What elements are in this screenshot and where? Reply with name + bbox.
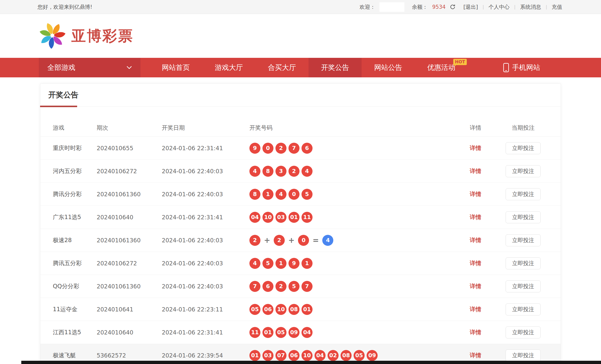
lottery-ball: 2 xyxy=(275,281,286,292)
draw-date: 2024-01-06 22:40:03 xyxy=(162,191,249,198)
divider: | xyxy=(514,4,516,10)
game-name: 极速飞艇 xyxy=(53,351,97,359)
lottery-ball: 6 xyxy=(302,143,313,154)
nav-item-mobile-site[interactable]: 手机网站 xyxy=(490,58,553,77)
period-number: 2024010640 xyxy=(97,214,162,221)
lottery-ball: 02 xyxy=(328,350,339,361)
lottery-ball: 06 xyxy=(288,350,299,361)
main-nav: 全部游戏 网站首页 游戏大厅 合买大厅 开奖公告 网站公告 优惠活动 HOT 手… xyxy=(0,58,601,77)
lottery-ball: 07 xyxy=(275,350,286,361)
bet-now-button[interactable]: 立即投注 xyxy=(506,349,541,361)
lottery-ball: 1 xyxy=(302,258,313,269)
lottery-ball: 01 xyxy=(288,212,299,223)
nav-item-label: 网站公告 xyxy=(374,63,402,72)
header-date: 开奖日期 xyxy=(162,124,249,132)
lottery-ball: 11 xyxy=(302,212,313,223)
lottery-ball: 05 xyxy=(249,304,260,315)
bet-now-button[interactable]: 立即投注 xyxy=(506,303,541,315)
game-name: 重庆时时彩 xyxy=(53,144,97,152)
nav-item-game-hall[interactable]: 游戏大厅 xyxy=(202,58,255,77)
lottery-ball: 5 xyxy=(262,258,273,269)
lottery-ball: 6 xyxy=(262,281,273,292)
bet-now-button[interactable]: 立即投注 xyxy=(506,280,541,292)
lottery-ball: 4 xyxy=(249,258,260,269)
nav-item-label: 网站首页 xyxy=(162,63,190,72)
welcome-label: 欢迎： xyxy=(360,4,375,11)
header-period: 期次 xyxy=(97,124,162,132)
bet-now-button[interactable]: 立即投注 xyxy=(506,165,541,177)
nav-item-site-announcements[interactable]: 网站公告 xyxy=(362,58,415,77)
lottery-ball: 7 xyxy=(302,281,313,292)
refresh-icon[interactable] xyxy=(449,4,456,10)
details-link[interactable]: 详情 xyxy=(470,306,481,312)
all-games-dropdown[interactable]: 全部游戏 xyxy=(39,58,140,77)
lottery-ball: 4 xyxy=(302,166,313,177)
lottery-ball: 01 xyxy=(262,327,273,338)
system-messages-link[interactable]: 系统消息 xyxy=(520,4,541,11)
lottery-ball: 03 xyxy=(262,350,273,361)
user-center-link[interactable]: 个人中心 xyxy=(489,4,510,11)
bet-now-button[interactable]: 立即投注 xyxy=(506,326,541,338)
draw-date: 2024-01-06 22:31:41 xyxy=(162,329,249,336)
header-bet: 当期投注 xyxy=(498,124,548,132)
game-name: 江西11选5 xyxy=(53,328,97,336)
table-row: 江西11选5 2024010640 2024-01-06 22:31:41 11… xyxy=(40,321,561,344)
nav-item-promotions[interactable]: 优惠活动 HOT xyxy=(415,58,468,77)
winning-numbers: 0506100801 xyxy=(249,304,453,315)
winning-numbers: 1101050904 xyxy=(249,327,453,338)
lottery-ball: 5 xyxy=(302,189,313,200)
all-games-label: 全部游戏 xyxy=(47,63,75,72)
lottery-ball: 09 xyxy=(288,327,299,338)
nav-item-home[interactable]: 网站首页 xyxy=(149,58,202,77)
details-link[interactable]: 详情 xyxy=(470,168,481,174)
bet-now-button[interactable]: 立即投注 xyxy=(506,188,541,200)
lottery-ball: 8 xyxy=(262,166,273,177)
nav-item-draw-announcements[interactable]: 开奖公告 xyxy=(309,58,362,77)
page-title: 开奖公告 xyxy=(40,90,78,100)
details-link[interactable]: 详情 xyxy=(470,283,481,289)
draw-date: 2024-01-06 22:40:03 xyxy=(162,168,249,174)
lottery-ball: 10 xyxy=(302,350,313,361)
lottery-ball: 05 xyxy=(354,350,365,361)
details-link[interactable]: 详情 xyxy=(470,329,481,335)
table-row: 极速28 202401061360 2024-01-06 22:40:03 2+… xyxy=(40,229,561,252)
lottery-ball: 1 xyxy=(275,258,286,269)
header-details: 详情 xyxy=(453,124,498,132)
table-row: 11运夺金 2024010641 2024-01-06 22:23:11 050… xyxy=(40,298,561,321)
period-number: 2024010655 xyxy=(97,145,162,151)
table-row: 腾讯五分彩 20240106272 2024-01-06 22:40:03 45… xyxy=(40,252,561,275)
lottery-ball: 10 xyxy=(262,212,273,223)
lottery-ball: 01 xyxy=(249,350,260,361)
recharge-link[interactable]: 充值 xyxy=(552,4,562,11)
draw-date: 2024-01-06 22:40:03 xyxy=(162,283,249,290)
operator: + xyxy=(288,236,294,245)
lottery-ball: 4 xyxy=(275,189,286,200)
winning-numbers: 45191 xyxy=(249,258,453,269)
draw-date: 2024-01-06 22:39:54 xyxy=(162,352,249,359)
winning-numbers: 81405 xyxy=(249,189,453,200)
logout-link[interactable]: [退出] xyxy=(463,4,478,11)
bet-now-button[interactable]: 立即投注 xyxy=(506,142,541,154)
details-link[interactable]: 详情 xyxy=(470,191,481,197)
bet-now-button[interactable]: 立即投注 xyxy=(506,234,541,246)
details-link[interactable]: 详情 xyxy=(470,214,481,220)
period-number: 2024010640 xyxy=(97,329,162,336)
bet-now-button[interactable]: 立即投注 xyxy=(506,257,541,269)
nav-item-co-buy-hall[interactable]: 合买大厅 xyxy=(255,58,309,77)
period-number: 20240106272 xyxy=(97,260,162,267)
site-logo[interactable]: 亚博彩票 xyxy=(39,22,133,50)
game-name: 11运夺金 xyxy=(53,305,97,313)
lottery-ball: 7 xyxy=(288,143,299,154)
active-tab-underline xyxy=(40,106,77,107)
game-name: 腾讯分分彩 xyxy=(53,190,97,198)
details-link[interactable]: 详情 xyxy=(470,145,481,151)
game-name: QQ分分彩 xyxy=(53,282,97,290)
draw-announcement-card: 开奖公告 游戏 期次 开奖日期 开奖号码 详情 当期投注 重庆时时彩 20240… xyxy=(40,83,561,364)
details-link[interactable]: 详情 xyxy=(470,260,481,266)
bet-now-button[interactable]: 立即投注 xyxy=(506,211,541,223)
lottery-ball: 0 xyxy=(298,235,309,246)
topbar-right: 欢迎： 余额： 9534 [退出] | 个人中心 | 系统消息 | 充值 xyxy=(360,2,562,12)
details-link[interactable]: 详情 xyxy=(470,352,481,358)
details-link[interactable]: 详情 xyxy=(470,237,481,243)
lottery-ball: 03 xyxy=(275,212,286,223)
